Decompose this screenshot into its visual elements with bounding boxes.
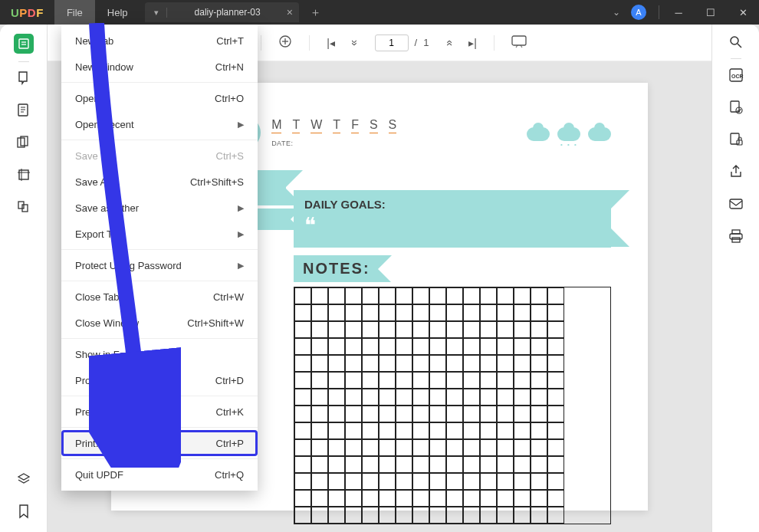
- menu-help[interactable]: Help: [95, 0, 140, 25]
- menu-print[interactable]: Print...Ctrl+P: [61, 430, 258, 456]
- menu-protect[interactable]: Protect Using Password▶: [61, 252, 258, 278]
- page-separator: /: [415, 37, 418, 48]
- menu-save-as[interactable]: Save As...Ctrl+Shift+S: [61, 169, 258, 195]
- menu-open-recent[interactable]: Open Recent▶: [61, 111, 258, 137]
- menu-new-tab[interactable]: New TabCtrl+T: [61, 28, 258, 54]
- document-tab[interactable]: ▾ daliy-planner-03 ×: [145, 2, 299, 22]
- presentation-icon[interactable]: [511, 35, 527, 50]
- comment-icon[interactable]: [15, 70, 32, 87]
- menu-file[interactable]: File: [54, 0, 95, 25]
- ocr-icon[interactable]: OCR: [728, 67, 744, 84]
- menu-quit[interactable]: Quit UPDFCtrl+Q: [61, 461, 258, 488]
- day: W: [310, 118, 322, 133]
- tab-add-button[interactable]: ＋: [310, 5, 321, 20]
- weather-icons: [527, 127, 611, 141]
- day: S: [389, 118, 397, 133]
- svg-rect-29: [732, 230, 740, 234]
- weekday-row: M T W T F S S: [271, 118, 396, 133]
- chevron-right-icon: ▶: [238, 261, 244, 271]
- layers-icon[interactable]: [15, 471, 32, 488]
- svg-point-20: [731, 37, 738, 44]
- tab-strip: ▾ daliy-planner-03 × ＋: [145, 2, 321, 22]
- protect-icon[interactable]: [728, 131, 744, 148]
- svg-rect-17: [512, 36, 526, 45]
- menu-show-in-folder[interactable]: Show in Folder: [61, 341, 258, 367]
- day: T: [333, 118, 340, 133]
- minimize-button[interactable]: ─: [662, 0, 695, 25]
- title-bar: UPDF File Help ▾ daliy-planner-03 × ＋ ⌄ …: [0, 0, 759, 25]
- svg-rect-9: [19, 170, 28, 179]
- page-total: 1: [423, 37, 429, 48]
- svg-line-21: [738, 44, 741, 48]
- window-controls: ─ ☐ ✕: [656, 0, 759, 25]
- left-sidebar: [0, 25, 48, 532]
- menu-export-to[interactable]: Export To▶: [61, 221, 258, 247]
- print-icon[interactable]: [728, 228, 744, 245]
- menu-properties[interactable]: Properties...Ctrl+D: [61, 367, 258, 393]
- day: S: [370, 118, 378, 133]
- menu-save-other[interactable]: Save as Other▶: [61, 195, 258, 221]
- close-icon[interactable]: ×: [287, 6, 293, 18]
- day: M: [271, 118, 281, 133]
- menu-close-window[interactable]: Close WindowCtrl+Shift+W: [61, 310, 258, 336]
- app-logo: UPDF: [0, 6, 54, 19]
- tab-title: daliy-planner-03: [195, 7, 261, 18]
- share-icon[interactable]: [728, 163, 744, 180]
- right-sidebar: OCR: [711, 25, 759, 532]
- crop-icon[interactable]: [15, 166, 32, 183]
- edit-icon[interactable]: [15, 102, 32, 119]
- close-button[interactable]: ✕: [727, 0, 759, 25]
- svg-rect-31: [732, 238, 740, 242]
- day: T: [292, 118, 300, 133]
- prev-page-icon[interactable]: »: [349, 40, 361, 46]
- notes-grid: [294, 287, 611, 524]
- tab-dropdown-icon[interactable]: ▾: [154, 8, 167, 18]
- quote-icon: ❝: [304, 220, 600, 231]
- goals-title: DAILY GOALS:: [304, 198, 600, 211]
- day: F: [351, 118, 359, 133]
- svg-rect-26: [731, 133, 739, 144]
- chevron-down-icon[interactable]: ⌄: [613, 7, 620, 18]
- rain-cloud-icon: [557, 127, 580, 141]
- bookmark-icon[interactable]: [15, 503, 32, 520]
- first-page-icon[interactable]: |◂: [327, 37, 335, 49]
- menu-preferences[interactable]: Preferences...Ctrl+K: [61, 399, 258, 425]
- next-page-icon[interactable]: »: [442, 40, 455, 46]
- zoom-in-icon[interactable]: [278, 34, 292, 51]
- reader-mode-icon[interactable]: [14, 34, 34, 54]
- menu-new-window[interactable]: New WindowCtrl+N: [61, 54, 258, 80]
- tools-icon[interactable]: [15, 199, 32, 215]
- search-icon[interactable]: [728, 34, 744, 51]
- compress-icon[interactable]: [728, 99, 744, 116]
- chevron-right-icon: ▶: [238, 229, 244, 239]
- chevron-right-icon: ▶: [238, 203, 244, 213]
- svg-rect-0: [19, 39, 28, 48]
- svg-text:OCR: OCR: [731, 74, 744, 79]
- goals-panel: DAILY GOALS: ❝: [294, 190, 611, 248]
- page-input[interactable]: [375, 34, 409, 51]
- notes-title: NOTES:: [294, 255, 392, 282]
- menu-save: SaveCtrl+S: [61, 143, 258, 169]
- svg-rect-28: [730, 199, 742, 209]
- menu-open[interactable]: Open...Ctrl+O: [61, 85, 258, 111]
- email-icon[interactable]: [728, 195, 744, 212]
- organize-icon[interactable]: [15, 134, 32, 151]
- menu-bar: File Help: [54, 0, 140, 25]
- date-label: DATE:: [271, 140, 396, 147]
- file-menu-dropdown: New TabCtrl+T New WindowCtrl+N Open...Ct…: [61, 25, 258, 491]
- avatar[interactable]: A: [631, 5, 646, 20]
- page-indicator: / 1: [375, 34, 429, 51]
- chevron-right-icon: ▶: [238, 120, 244, 130]
- cloud-icon: [588, 127, 611, 141]
- last-page-icon[interactable]: ▸|: [468, 37, 477, 49]
- cloud-icon: [527, 127, 550, 141]
- maximize-button[interactable]: ☐: [695, 0, 727, 25]
- menu-close-tab[interactable]: Close TabCtrl+W: [61, 284, 258, 310]
